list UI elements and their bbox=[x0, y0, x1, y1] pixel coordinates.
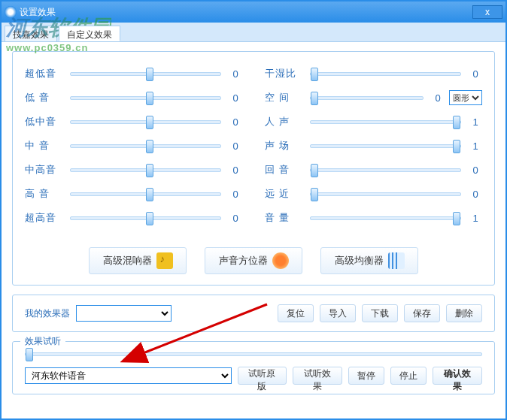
eq-slider-left-6[interactable] bbox=[70, 216, 221, 220]
eq-slider-right-3[interactable] bbox=[310, 144, 461, 148]
left-eq-row-1: 低 音0 bbox=[25, 89, 242, 106]
eq-value: 0 bbox=[469, 189, 482, 200]
left-eq-row-5: 高 音0 bbox=[25, 186, 242, 202]
window-title: 设置效果 bbox=[20, 6, 472, 19]
equalizer-icon bbox=[388, 252, 405, 269]
eq-label: 高 音 bbox=[25, 187, 62, 201]
eq-label: 人 声 bbox=[265, 115, 302, 128]
eq-slider-left-3[interactable] bbox=[70, 144, 221, 148]
mixer-label: 高级混响器 bbox=[103, 254, 152, 267]
eq-value: 0 bbox=[469, 68, 482, 80]
eq-label: 远 近 bbox=[265, 187, 302, 201]
pause-button[interactable]: 暂停 bbox=[348, 367, 384, 385]
left-eq-row-2: 低中音0 bbox=[25, 113, 242, 130]
right-eq-row-4: 回 音0 bbox=[265, 162, 482, 178]
eq-value: 0 bbox=[229, 92, 242, 104]
titlebar: 设置效果 x bbox=[2, 2, 505, 23]
eq-label: 超低音 bbox=[25, 67, 62, 80]
eq-slider-left-0[interactable] bbox=[70, 72, 221, 76]
space-shape-select[interactable]: 圆形 bbox=[449, 90, 482, 105]
eq-label: 中高音 bbox=[25, 163, 62, 177]
close-button[interactable]: x bbox=[472, 5, 502, 19]
preview-group: 效果试听 河东软件语音 试听原版 试听效果 暂停 停止 确认效果 bbox=[12, 341, 495, 394]
eq-label: 中 音 bbox=[25, 139, 62, 153]
preset-label: 我的效果器 bbox=[25, 307, 70, 320]
eq-slider-left-4[interactable] bbox=[70, 168, 221, 172]
eq-slider-right-5[interactable] bbox=[310, 192, 461, 196]
eq-slider-left-5[interactable] bbox=[70, 192, 221, 196]
advanced-equalizer-button[interactable]: 高级均衡器 bbox=[320, 247, 418, 274]
tabbar: 技嘉效果 自定义效果 bbox=[2, 23, 505, 42]
preview-audio-select[interactable]: 河东软件语音 bbox=[25, 367, 232, 384]
preview-effect-button[interactable]: 试听效果 bbox=[293, 367, 342, 385]
eq-slider-right-2[interactable] bbox=[310, 120, 461, 124]
reset-button[interactable]: 复位 bbox=[278, 304, 314, 322]
speaker-icon bbox=[272, 252, 289, 269]
eq-value: 0 bbox=[431, 92, 445, 104]
delete-button[interactable]: 删除 bbox=[446, 304, 482, 322]
eq-slider-right-1[interactable] bbox=[310, 96, 424, 100]
eq-value: 0 bbox=[229, 68, 242, 80]
eq-value: 1 bbox=[469, 213, 482, 224]
music-note-icon bbox=[156, 252, 173, 269]
eq-label: 音 量 bbox=[265, 211, 302, 225]
eq-slider-right-4[interactable] bbox=[310, 168, 461, 172]
right-eq-row-5: 远 近0 bbox=[265, 186, 482, 202]
eq-value: 1 bbox=[469, 116, 482, 128]
left-eq-row-4: 中高音0 bbox=[25, 162, 242, 178]
eq-label: 低中音 bbox=[25, 115, 62, 128]
tab-preset-effects[interactable]: 技嘉效果 bbox=[5, 26, 57, 41]
eq-slider-left-1[interactable] bbox=[70, 96, 221, 100]
eq-label: 超高音 bbox=[25, 211, 62, 225]
preview-original-button[interactable]: 试听原版 bbox=[238, 367, 287, 385]
eq-value: 0 bbox=[229, 189, 242, 200]
eq-slider-right-6[interactable] bbox=[310, 216, 461, 220]
import-button[interactable]: 导入 bbox=[320, 304, 356, 322]
eq-label: 声 场 bbox=[265, 139, 302, 153]
eq-label: 回 音 bbox=[265, 163, 302, 177]
preview-title: 效果试听 bbox=[20, 335, 65, 348]
eq-value: 1 bbox=[469, 141, 482, 152]
eq-label: 干湿比 bbox=[265, 67, 302, 80]
right-eq-row-2: 人 声1 bbox=[265, 113, 482, 130]
right-eq-row-1: 空 间0圆形 bbox=[265, 89, 482, 106]
eq-value: 0 bbox=[469, 165, 482, 176]
tab-custom-effects[interactable]: 自定义效果 bbox=[59, 26, 120, 41]
advanced-mixer-button[interactable]: 高级混响器 bbox=[89, 247, 187, 274]
sound-locator-button[interactable]: 声音方位器 bbox=[205, 247, 302, 274]
eq-slider-right-0[interactable] bbox=[310, 72, 461, 76]
eq-value: 0 bbox=[229, 116, 242, 128]
eq-label: 低 音 bbox=[25, 91, 62, 104]
right-eq-row-6: 音 量1 bbox=[265, 210, 482, 226]
right-eq-row-3: 声 场1 bbox=[265, 137, 482, 154]
download-button[interactable]: 下载 bbox=[362, 304, 398, 322]
preset-select[interactable] bbox=[76, 305, 172, 322]
left-eq-row-0: 超低音0 bbox=[25, 65, 242, 82]
eq-panel: 超低音0低 音0低中音0中 音0中高音0高 音0超高音0 干湿比0空 间0圆形人… bbox=[12, 51, 495, 286]
preview-slider[interactable] bbox=[25, 352, 482, 356]
locator-label: 声音方位器 bbox=[219, 254, 268, 267]
right-eq-row-0: 干湿比0 bbox=[265, 65, 482, 82]
left-eq-row-3: 中 音0 bbox=[25, 137, 242, 154]
eq-value: 0 bbox=[229, 213, 242, 224]
preset-panel: 我的效果器 复位 导入 下载 保存 删除 bbox=[12, 295, 495, 332]
confirm-effect-button[interactable]: 确认效果 bbox=[433, 367, 482, 385]
equalizer-label: 高级均衡器 bbox=[335, 254, 384, 267]
eq-value: 0 bbox=[229, 165, 242, 176]
eq-value: 0 bbox=[229, 141, 242, 152]
eq-slider-left-2[interactable] bbox=[70, 120, 221, 124]
eq-label: 空 间 bbox=[265, 91, 302, 104]
save-button[interactable]: 保存 bbox=[404, 304, 440, 322]
stop-button[interactable]: 停止 bbox=[390, 367, 427, 385]
app-icon bbox=[5, 6, 17, 18]
left-eq-row-6: 超高音0 bbox=[25, 210, 242, 226]
